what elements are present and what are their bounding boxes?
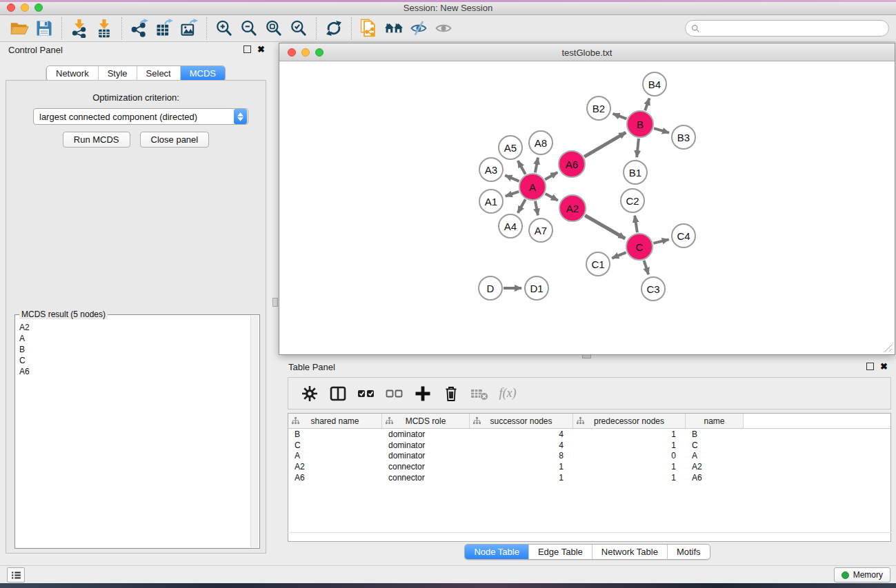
table-close-panel-icon[interactable]: ✖ [880,363,888,370]
graph-edge-A-A8[interactable] [535,158,538,173]
graph-node-A7[interactable]: A7 [528,218,553,243]
vertical-split-grip[interactable] [272,298,278,307]
graph-edge-C-C1[interactable] [612,252,626,258]
graph-node-B2[interactable]: B2 [586,96,611,121]
zoom-fit-button[interactable] [261,17,286,39]
graph-node-D[interactable]: D [478,276,503,301]
graph-edge-A6-B[interactable] [584,132,626,156]
tab-motifs[interactable]: Motifs [667,545,710,559]
graph-edge-A-A7[interactable] [535,201,538,216]
table-cell[interactable]: C [686,440,744,450]
table-settings-button[interactable] [299,383,320,405]
table-float-panel-icon[interactable] [866,363,874,370]
zoom-out-button[interactable] [237,17,261,39]
zoom-selected-button[interactable] [286,17,311,39]
table-cell[interactable]: dominator [382,451,470,460]
table-cell[interactable]: 1 [573,429,686,439]
refresh-button[interactable] [321,17,346,39]
table-row[interactable]: Bdominator41B [288,429,890,440]
import-table-button[interactable] [92,17,117,39]
graph-edge-A2-C[interactable] [585,215,625,239]
mcds-result-item[interactable]: A2 [19,322,248,333]
table-row[interactable]: Cdominator41C [288,440,890,451]
add-column-button[interactable] [412,383,433,405]
table-cell[interactable]: dominator [382,429,470,439]
column-header-predecessor-nodes[interactable]: predecessor nodes [573,414,686,428]
graph-node-B[interactable]: B [626,110,654,138]
graph-node-B1[interactable]: B1 [623,160,648,185]
table-cell[interactable]: A [288,451,382,460]
table-cell[interactable]: A2 [288,462,382,472]
table-cell[interactable]: connector [382,473,470,483]
graph-edge-C-C4[interactable] [653,239,668,243]
node-table[interactable]: shared nameMCDS rolesuccessor nodesprede… [288,413,891,542]
optimization-criterion-dropdown[interactable]: largest connected component (directed) [33,108,248,125]
float-panel-icon[interactable] [243,45,251,53]
graph-node-A6[interactable]: A6 [558,150,586,178]
task-history-button[interactable] [7,567,25,582]
graph-node-A3[interactable]: A3 [479,157,504,182]
memory-button[interactable]: Memory [834,567,890,582]
close-panel-icon[interactable]: ✖ [257,45,265,53]
home-neighbors-button[interactable] [381,17,406,39]
table-cell[interactable]: C [288,440,382,450]
table-cell[interactable]: 1 [573,473,686,483]
table-cell[interactable]: B [686,429,744,439]
graph-edge-A-A3[interactable] [505,175,519,181]
table-cell[interactable]: A2 [686,462,744,472]
graph-edge-B-B2[interactable] [613,114,627,119]
delete-column-button[interactable] [441,383,461,405]
graph-node-C4[interactable]: C4 [671,223,696,248]
graph-node-C[interactable]: C [626,233,653,261]
table-row[interactable]: Adominator80A [288,450,890,461]
export-table-button[interactable] [152,17,177,39]
graph-node-A[interactable]: A [519,173,546,201]
graph-edge-A-A5[interactable] [518,161,526,174]
table-cell[interactable]: A [686,451,744,460]
table-cell[interactable]: 1 [573,440,686,450]
import-network-button[interactable] [67,17,92,39]
mcds-result-list[interactable]: A2ABCA6 [19,322,248,545]
graph-edge-B-B3[interactable] [654,128,669,133]
table-row[interactable]: A2connector11A2 [288,461,890,472]
graph-edge-A-A4[interactable] [518,199,526,213]
column-header-shared-name[interactable]: shared name [288,414,382,428]
table-cell[interactable]: connector [382,462,470,472]
table-cell[interactable]: 1 [573,462,686,472]
run-mcds-button[interactable]: Run MCDS [63,132,130,148]
mcds-result-item[interactable]: C [19,355,248,366]
graph-edge-B-B1[interactable] [637,139,639,157]
tab-edge-table[interactable]: Edge Table [528,545,592,559]
graph-node-A4[interactable]: A4 [498,214,523,239]
table-cell[interactable]: 0 [573,451,686,460]
mcds-result-item[interactable]: A [19,333,248,344]
graph-node-B3[interactable]: B3 [671,125,696,150]
table-cell[interactable]: 4 [470,429,573,439]
zoom-in-button[interactable] [212,17,237,39]
search-box[interactable] [685,20,889,37]
table-cell[interactable]: 4 [470,440,573,450]
show-all-button[interactable] [431,17,456,39]
export-image-button[interactable] [177,17,201,39]
open-session-button[interactable] [7,17,32,39]
table-cell[interactable]: A6 [288,473,382,483]
graph-node-A8[interactable]: A8 [528,130,553,155]
graph-edge-C-C2[interactable] [635,216,637,232]
graph-node-D1[interactable]: D1 [524,276,549,301]
column-header-MCDS-role[interactable]: MCDS role [382,414,470,428]
search-input[interactable] [703,22,888,34]
table-cell[interactable]: 8 [470,451,573,460]
graph-node-A5[interactable]: A5 [498,135,523,160]
tab-mcds[interactable]: MCDS [180,66,225,81]
tab-style[interactable]: Style [98,66,137,81]
column-view-button[interactable] [328,383,348,405]
deselect-all-columns-button[interactable] [384,383,405,405]
save-session-button[interactable] [32,17,57,39]
table-row[interactable]: A6connector11A6 [288,472,890,483]
graph-node-A2[interactable]: A2 [559,194,586,222]
delete-table-button[interactable] [469,383,490,405]
table-cell[interactable]: 1 [470,473,573,483]
table-cell[interactable]: 1 [470,462,573,472]
function-builder-button[interactable]: f(x) [497,383,518,405]
graph-edge-B-B4[interactable] [645,99,649,111]
